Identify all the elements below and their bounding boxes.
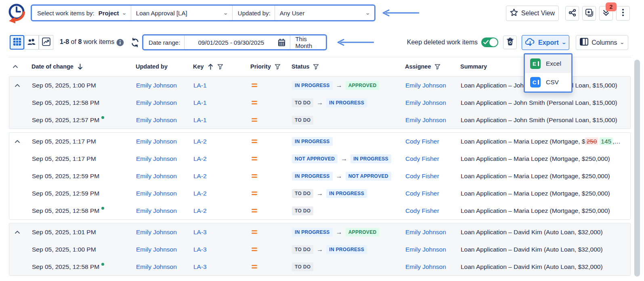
- status-badge: IN PROGRESS: [292, 172, 333, 181]
- keep-deleted-toggle[interactable]: [481, 37, 498, 47]
- assignee-user-link[interactable]: Emily Johnson: [405, 223, 446, 241]
- work-item-key-link[interactable]: LA-3: [193, 223, 207, 241]
- priority-medium-icon: [252, 167, 257, 185]
- assignee-user-link[interactable]: Emily Johnson: [405, 241, 446, 258]
- vertical-scrollbar[interactable]: [634, 60, 640, 277]
- updated-by-user-link[interactable]: Emily Johnson: [136, 77, 177, 94]
- work-item-key-link[interactable]: LA-2: [193, 167, 207, 185]
- priority-medium-icon: [252, 111, 257, 129]
- priority-medium-icon: [252, 150, 257, 167]
- summary-text: Loan Application – John Smith (Personal …: [461, 94, 625, 111]
- annotation-arrow-left: [336, 39, 375, 48]
- updated-by-user-link[interactable]: Emily Johnson: [136, 241, 177, 258]
- history-row: Sep 05, 2025, 1:00 PMEmily JohnsonLA-3TO…: [9, 241, 630, 258]
- date-of-change: Sep 05, 2025, 12:57 PM: [32, 111, 104, 129]
- assignee-user-link[interactable]: Cody Fisher: [405, 185, 439, 202]
- status-badge: IN PROGRESS: [326, 98, 367, 107]
- updated-by-user-link[interactable]: Emily Johnson: [136, 185, 177, 202]
- assignee-user-link[interactable]: Emily Johnson: [405, 111, 446, 129]
- more-menu-button[interactable]: [616, 6, 630, 21]
- calendar-icon[interactable]: [277, 35, 290, 49]
- updated-by-dropdown[interactable]: Any User ⌄: [275, 6, 374, 20]
- assignee-user-link[interactable]: Cody Fisher: [405, 150, 439, 167]
- assignee-user-link[interactable]: Cody Fisher: [405, 133, 439, 150]
- header-date-of-change[interactable]: Date of change: [31, 57, 83, 76]
- deleted-items-button[interactable]: [503, 35, 517, 49]
- excel-icon: E: [530, 58, 541, 69]
- header-assignee[interactable]: Assignee: [405, 57, 441, 76]
- work-item-key-link[interactable]: LA-2: [193, 202, 207, 219]
- project-dropdown[interactable]: Loan Approval [LA] ⌄: [131, 6, 232, 20]
- status-badge: IN PROGRESS: [326, 245, 367, 254]
- assignee-user-link[interactable]: Emily Johnson: [405, 258, 446, 275]
- filter-funnel-icon[interactable]: [275, 64, 281, 70]
- group-collapse-chevron[interactable]: [15, 77, 20, 94]
- assignee-user-link[interactable]: Cody Fisher: [405, 167, 439, 185]
- work-item-key-link[interactable]: LA-2: [193, 185, 207, 202]
- date-preset-button[interactable]: This Month: [290, 35, 326, 49]
- filter-funnel-icon[interactable]: [313, 64, 319, 70]
- work-item-key-link[interactable]: LA-1: [193, 77, 207, 94]
- created-indicator-dot: [101, 263, 104, 266]
- history-row: Sep 05, 2025, 12:59 PMEmily JohnsonLA-2T…: [9, 185, 630, 202]
- info-icon[interactable]: [116, 39, 124, 48]
- updated-by-user-link[interactable]: Emily Johnson: [136, 94, 177, 111]
- history-row: Sep 05, 2025, 1:01 PMEmily JohnsonLA-3IN…: [9, 223, 630, 241]
- assignee-user-link[interactable]: Emily Johnson: [405, 77, 446, 94]
- select-view-button[interactable]: Select View: [506, 6, 559, 21]
- work-item-key-link[interactable]: LA-3: [193, 241, 207, 258]
- header-priority[interactable]: Priority: [250, 57, 281, 76]
- transition-arrow-icon: →: [336, 229, 342, 236]
- header-key[interactable]: Key: [193, 57, 223, 76]
- select-mode-dropdown[interactable]: Project ⌄: [99, 6, 131, 20]
- transition-arrow-icon: →: [317, 246, 323, 253]
- export-button[interactable]: Export ⌄: [522, 35, 569, 50]
- export-option-excel[interactable]: EExcel: [525, 54, 571, 73]
- updated-by-user-link[interactable]: Emily Johnson: [136, 223, 177, 241]
- updated-by-user-link[interactable]: Emily Johnson: [136, 111, 177, 129]
- assignee-user-link[interactable]: Cody Fisher: [405, 202, 439, 219]
- header-status[interactable]: Status: [292, 57, 319, 76]
- chart-view-button[interactable]: [39, 35, 53, 50]
- export-option-csv[interactable]: CCSV: [525, 73, 571, 92]
- sort-asc-icon[interactable]: [208, 63, 214, 70]
- share-icon: [568, 9, 576, 18]
- status-change: NOT APPROVED→IN PROGRESS: [292, 150, 391, 167]
- toggle-knob: [489, 38, 497, 46]
- header-summary[interactable]: Summary: [460, 57, 487, 76]
- header-updated-by[interactable]: Updated by: [136, 57, 168, 76]
- work-item-key-link[interactable]: LA-3: [193, 258, 207, 275]
- updated-by-user-link[interactable]: Emily Johnson: [136, 133, 177, 150]
- summary-text: Loan Application – David Kim (Auto Loan,…: [461, 241, 625, 258]
- date-of-change: Sep 05, 2025, 12:58 PM: [32, 202, 104, 219]
- updated-by-user-link[interactable]: Emily Johnson: [136, 150, 177, 167]
- assignee-user-link[interactable]: Emily Johnson: [405, 94, 446, 111]
- status-change: TO DO: [292, 202, 313, 219]
- table-view-button[interactable]: [10, 35, 24, 50]
- summary-text: Loan Application – David Kim (Auto Loan,…: [461, 223, 625, 241]
- collapse-all-rows-chevron[interactable]: [13, 57, 18, 76]
- work-item-key-link[interactable]: LA-2: [193, 150, 207, 167]
- columns-button[interactable]: Columns ⌄: [576, 35, 628, 50]
- refresh-icon[interactable]: [131, 38, 139, 49]
- updated-by-user-link[interactable]: Emily Johnson: [136, 202, 177, 219]
- history-row: Sep 05, 2025, 12:58 PMEmily JohnsonLA-3T…: [9, 258, 630, 275]
- updated-by-user-link[interactable]: Emily Johnson: [136, 167, 177, 185]
- sort-desc-icon[interactable]: [77, 63, 83, 70]
- people-view-button[interactable]: [24, 35, 39, 50]
- saved-views-button[interactable]: [582, 6, 596, 21]
- date-range-input[interactable]: 09/01/2025 - 09/30/2025: [185, 35, 277, 49]
- updated-by-label: Updated by:: [233, 6, 275, 20]
- share-button[interactable]: [565, 6, 579, 21]
- date-of-change: Sep 05, 2025, 1:17 PM: [32, 150, 96, 167]
- group-collapse-chevron[interactable]: [15, 133, 20, 150]
- date-of-change: Sep 05, 2025, 1:01 PM: [32, 223, 96, 241]
- work-item-key-link[interactable]: LA-1: [193, 111, 207, 129]
- group-collapse-chevron[interactable]: [15, 223, 20, 241]
- filter-funnel-icon[interactable]: [434, 64, 441, 70]
- filter-funnel-icon[interactable]: [217, 64, 223, 70]
- work-item-key-link[interactable]: LA-1: [193, 94, 207, 111]
- status-badge: IN PROGRESS: [292, 137, 333, 146]
- updated-by-user-link[interactable]: Emily Johnson: [136, 258, 177, 275]
- work-item-key-link[interactable]: LA-2: [193, 133, 207, 150]
